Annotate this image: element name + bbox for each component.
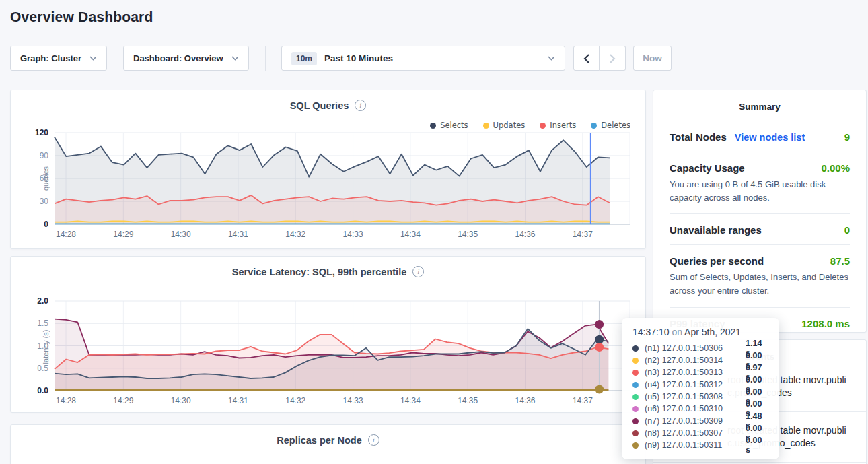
node-color-dot-icon [632, 358, 639, 364]
chart-title-sql-queries: SQL Queries [290, 100, 349, 111]
total-nodes-label: Total Nodes [670, 131, 727, 143]
capacity-usage-description: You are using 0 B of 4.5 GiB usable disk… [670, 178, 850, 205]
tooltip-node-label: (n1) 127.0.0.1:50306 [645, 343, 746, 353]
svg-text:2.0: 2.0 [37, 296, 48, 306]
svg-text:14:28: 14:28 [56, 396, 76, 405]
p99-latency-value: 1208.0 ms [801, 318, 850, 329]
chart-title-service-latency: Service Latency: SQL, 99th percentile [232, 267, 407, 277]
node-color-dot-icon [632, 345, 639, 352]
dashboard-selector-label: Dashboard: Overview [133, 53, 223, 63]
time-range-picker[interactable]: 10m Past 10 Minutes [281, 46, 565, 71]
capacity-usage-value: 0.00% [821, 162, 850, 174]
sql-queries-card: SQL Queries i SelectsUpdatesInsertsDelet… [10, 90, 646, 249]
svg-text:14:34: 14:34 [400, 396, 421, 405]
qps-description: Sum of Selects, Updates, Inserts, and De… [670, 271, 850, 298]
graph-selector-label: Graph: Cluster [20, 53, 81, 63]
previous-time-button[interactable] [573, 46, 600, 71]
svg-text:14:35: 14:35 [458, 230, 478, 239]
dashboard-selector-dropdown[interactable]: Dashboard: Overview [123, 46, 249, 71]
service-latency-chart-area[interactable]: 14:2814:2914:3014:3114:3214:3314:3414:35… [11, 296, 647, 412]
svg-text:14:28: 14:28 [56, 230, 76, 239]
svg-text:14:37: 14:37 [573, 396, 593, 405]
time-window-badge: 10m [291, 52, 317, 65]
overview-dashboard-page: Overview Dashboard Graph: Cluster Dashbo… [0, 0, 868, 464]
capacity-usage-label: Capacity Usage [670, 162, 745, 174]
svg-text:60: 60 [40, 174, 49, 183]
tooltip-node-row: (n9) 127.0.0.1:503110.00 s [632, 439, 768, 451]
now-button[interactable]: Now [633, 46, 672, 71]
graph-selector-dropdown[interactable]: Graph: Cluster [10, 46, 107, 71]
svg-text:14:37: 14:37 [573, 230, 593, 239]
next-time-button[interactable] [600, 46, 626, 71]
summary-panel: Summary Total Nodes View nodes list 9 Ca… [653, 90, 867, 333]
svg-text:1.0: 1.0 [37, 341, 48, 351]
chevron-down-icon [548, 56, 555, 61]
svg-text:30: 30 [40, 197, 49, 206]
svg-text:90: 90 [40, 151, 49, 160]
summary-row-total-nodes: Total Nodes View nodes list 9 [670, 121, 850, 152]
svg-text:14:34: 14:34 [400, 230, 421, 239]
summary-row-unavailable-ranges: Unavailable ranges 0 [670, 214, 850, 245]
tooltip-node-label: (n5) 127.0.0.1:50308 [645, 392, 746, 401]
time-window-label: Past 10 Minutes [324, 53, 393, 63]
tooltip-node-label: (n6) 127.0.0.1:50310 [645, 404, 746, 413]
chart-title-replicas: Replicas per Node [277, 435, 362, 446]
total-nodes-value: 9 [844, 131, 850, 143]
svg-text:14:32: 14:32 [285, 230, 305, 239]
node-color-dot-icon [632, 370, 639, 376]
tooltip-node-label: (n7) 127.0.0.1:50309 [645, 416, 746, 426]
chart-hover-tooltip: 14:37:10 on Apr 5th, 2021 (n1) 127.0.0.1… [622, 318, 779, 459]
summary-row-capacity: Capacity Usage 0.00% You are using 0 B o… [670, 152, 850, 214]
svg-text:14:33: 14:33 [343, 230, 363, 239]
page-title: Overview Dashboard [10, 9, 153, 25]
svg-text:14:29: 14:29 [113, 396, 133, 405]
chevron-down-icon [231, 56, 239, 61]
service-latency-card: Service Latency: SQL, 99th percentile i … [10, 256, 646, 413]
svg-text:14:36: 14:36 [515, 230, 535, 239]
view-nodes-list-link[interactable]: View nodes list [735, 132, 805, 143]
svg-text:120: 120 [35, 128, 48, 137]
tooltip-node-label: (n2) 127.0.0.1:50314 [645, 356, 746, 365]
tooltip-node-label: (n9) 127.0.0.1:50311 [645, 440, 746, 450]
tooltip-node-label: (n4) 127.0.0.1:50312 [645, 380, 746, 389]
unavailable-ranges-value: 0 [844, 224, 850, 236]
svg-text:14:32: 14:32 [285, 396, 305, 405]
node-color-dot-icon [632, 394, 639, 400]
replicas-per-node-card: Replicas per Node i [10, 424, 646, 464]
svg-text:1.5: 1.5 [37, 319, 48, 328]
node-color-dot-icon [632, 430, 639, 436]
svg-text:0: 0 [44, 220, 48, 229]
tooltip-node-label: (n8) 127.0.0.1:50307 [645, 428, 746, 438]
qps-label: Queries per second [670, 255, 764, 267]
summary-title: Summary [670, 102, 850, 112]
tooltip-node-label: (n3) 127.0.0.1:50313 [645, 368, 746, 377]
node-color-dot-icon [632, 418, 639, 424]
chevron-down-icon [89, 56, 97, 61]
node-color-dot-icon [632, 406, 639, 412]
svg-text:14:33: 14:33 [343, 396, 363, 405]
info-icon[interactable]: i [355, 100, 366, 111]
svg-text:14:30: 14:30 [171, 230, 191, 239]
svg-text:14:31: 14:31 [228, 396, 248, 405]
time-pager [573, 46, 626, 71]
sql-queries-chart-area[interactable]: 14:2814:2914:3014:3114:3214:3314:3414:35… [11, 127, 647, 246]
tooltip-timestamp: 14:37:10 on Apr 5th, 2021 [632, 327, 768, 337]
svg-text:0.5: 0.5 [37, 364, 48, 373]
node-color-dot-icon [632, 382, 639, 388]
info-icon[interactable]: i [412, 266, 424, 277]
svg-text:14:29: 14:29 [113, 230, 133, 239]
toolbar-divider [265, 46, 266, 71]
svg-text:14:31: 14:31 [228, 230, 248, 239]
node-color-dot-icon [632, 442, 639, 449]
svg-text:14:36: 14:36 [515, 396, 535, 405]
qps-value: 87.5 [830, 255, 850, 267]
toolbar: Graph: Cluster Dashboard: Overview 10m P… [0, 46, 868, 71]
info-icon[interactable]: i [368, 434, 379, 446]
tooltip-node-value: 0.00 s [746, 436, 768, 455]
svg-text:0.0: 0.0 [37, 386, 48, 395]
summary-row-qps: Queries per second 87.5 Sum of Selects, … [670, 245, 850, 307]
svg-text:14:30: 14:30 [171, 396, 191, 405]
svg-text:14:35: 14:35 [458, 396, 478, 405]
unavailable-ranges-label: Unavailable ranges [670, 224, 762, 236]
